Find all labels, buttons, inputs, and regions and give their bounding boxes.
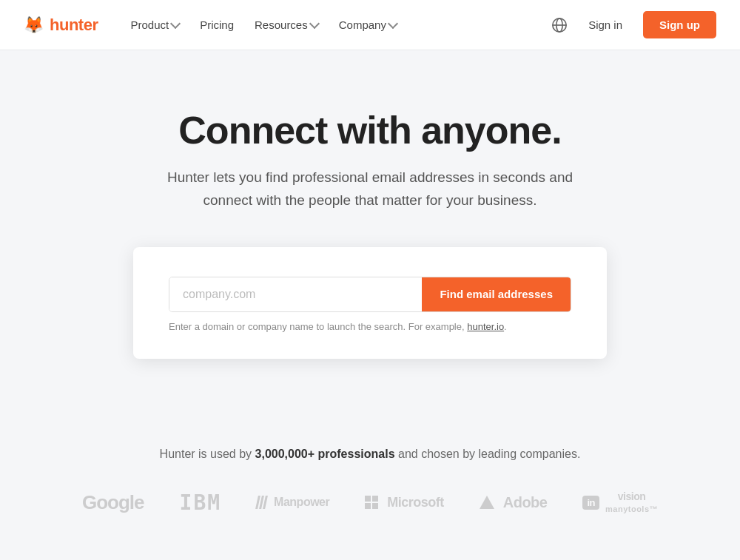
social-proof-section: Hunter is used by 3,000,000+ professiona… — [0, 403, 740, 544]
google-text: Google — [82, 491, 144, 514]
logo-adobe: Adobe — [480, 494, 548, 511]
microsoft-text: Microsoft — [387, 495, 444, 510]
logo-manpower: Manpower — [257, 496, 329, 509]
hero-title: Connect with anyone. — [178, 109, 561, 152]
social-proof-highlight: 3,000,000+ professionals — [255, 448, 395, 460]
adobe-text: Adobe — [503, 494, 548, 511]
navbar: 🦊 hunter Product Pricing Resources Compa… — [0, 0, 740, 50]
manpower-text: Manpower — [274, 496, 329, 509]
chevron-down-icon — [309, 18, 320, 29]
nav-resources-label: Resources — [255, 18, 308, 31]
nav-item-pricing[interactable]: Pricing — [191, 13, 243, 37]
search-form: Find email addresses — [169, 277, 571, 312]
social-proof-prefix: Hunter is used by — [160, 448, 255, 460]
search-hint-link[interactable]: hunter.io — [467, 321, 504, 332]
chevron-down-icon — [388, 18, 398, 29]
invision-text: visionmanytools™ — [605, 490, 658, 514]
social-proof-suffix: and chosen by leading companies. — [395, 448, 581, 460]
globe-icon[interactable] — [551, 17, 568, 33]
adobe-triangle-icon — [480, 496, 494, 509]
logo-invision: in visionmanytools™ — [582, 490, 658, 514]
microsoft-grid-icon — [365, 496, 378, 509]
search-hint-end: . — [504, 321, 507, 332]
nav-links: Product Pricing Resources Company — [121, 13, 551, 37]
logo-link[interactable]: 🦊 hunter — [24, 16, 98, 35]
logo-google: Google — [82, 491, 144, 514]
logo-microsoft: Microsoft — [365, 495, 444, 510]
manpower-bars-icon — [257, 496, 266, 509]
search-input[interactable] — [169, 277, 422, 311]
logos-row: Google IBM Manpower Microsoft — [15, 490, 725, 515]
search-card: Find email addresses Enter a domain or c… — [133, 247, 607, 359]
sign-up-button[interactable]: Sign up — [643, 11, 716, 38]
search-hint-text: Enter a domain or company name to launch… — [169, 321, 465, 332]
find-emails-button[interactable]: Find email addresses — [422, 277, 571, 311]
chevron-down-icon — [170, 18, 181, 29]
logo-ibm: IBM — [180, 490, 222, 515]
nav-item-product[interactable]: Product — [121, 13, 188, 37]
hero-subtitle: Hunter lets you find professional email … — [155, 166, 585, 212]
sign-in-link[interactable]: Sign in — [579, 13, 631, 37]
nav-company-label: Company — [339, 18, 386, 31]
ibm-text: IBM — [180, 490, 222, 515]
invision-badge: in — [582, 496, 599, 510]
nav-item-company[interactable]: Company — [330, 13, 406, 37]
nav-pricing-label: Pricing — [200, 18, 234, 31]
social-proof-text: Hunter is used by 3,000,000+ professiona… — [15, 448, 725, 461]
nav-right: Sign in Sign up — [551, 11, 716, 38]
nav-item-resources[interactable]: Resources — [246, 13, 327, 37]
hero-section: Connect with anyone. Hunter lets you fin… — [0, 50, 740, 403]
logo-text: hunter — [50, 16, 98, 35]
search-hint: Enter a domain or company name to launch… — [169, 321, 571, 332]
nav-product-label: Product — [130, 18, 169, 31]
logo-icon: 🦊 — [24, 16, 44, 35]
